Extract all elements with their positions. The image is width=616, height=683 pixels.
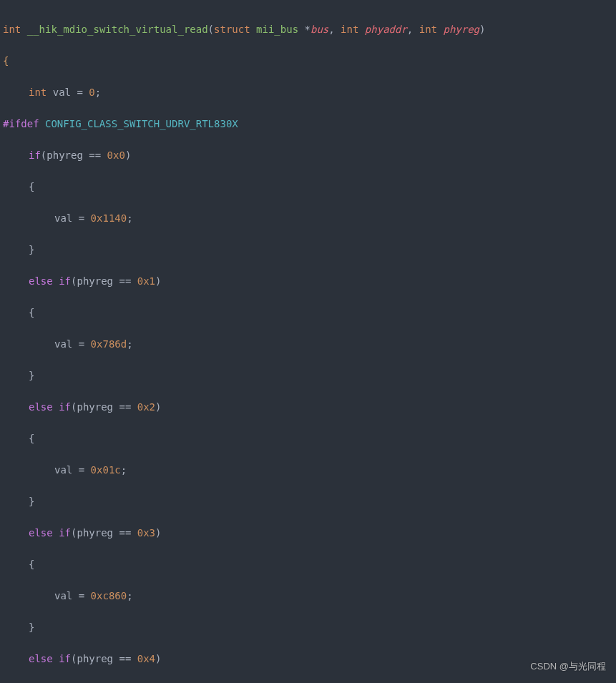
brace-open: { bbox=[3, 55, 9, 67]
code-line: { bbox=[3, 305, 616, 320]
function-name: __hik_mdio_switch_virtual_read bbox=[27, 24, 208, 35]
code-line: { bbox=[3, 179, 616, 195]
code-line: else if(phyreg == 0x1) bbox=[3, 273, 616, 289]
code-line: } bbox=[3, 368, 616, 383]
keyword-type: int bbox=[3, 24, 21, 35]
code-line: val = 0xc860; bbox=[3, 588, 616, 604]
macro-name: CONFIG_CLASS_SWITCH_UDRV_RTL830X bbox=[45, 118, 238, 129]
code-line: else if(phyreg == 0x3) bbox=[3, 525, 616, 541]
code-line: else if(phyreg == 0x4) bbox=[3, 651, 616, 667]
preprocessor: #ifdef bbox=[3, 118, 39, 129]
code-line: } bbox=[3, 619, 616, 635]
code-line: } bbox=[3, 242, 616, 257]
code-line: { bbox=[3, 53, 616, 69]
code-line: int __hik_mdio_switch_virtual_read(struc… bbox=[3, 21, 616, 37]
code-line: #ifdef CONFIG_CLASS_SWITCH_UDRV_RTL830X bbox=[3, 116, 616, 132]
watermark-text: CSDN @与光同程 bbox=[530, 659, 606, 674]
code-line: { bbox=[3, 431, 616, 446]
code-line: { bbox=[3, 556, 616, 572]
code-line: val = 0x786d; bbox=[3, 336, 616, 352]
code-line: else if(phyreg == 0x2) bbox=[3, 399, 616, 415]
code-line: int val = 0; bbox=[3, 84, 616, 100]
code-line: val = 0x1140; bbox=[3, 210, 616, 226]
code-block: int __hik_mdio_switch_virtual_read(struc… bbox=[0, 0, 616, 683]
code-line: } bbox=[3, 493, 616, 509]
code-line: val = 0x01c; bbox=[3, 462, 616, 478]
code-line: if(phyreg == 0x0) bbox=[3, 147, 616, 163]
